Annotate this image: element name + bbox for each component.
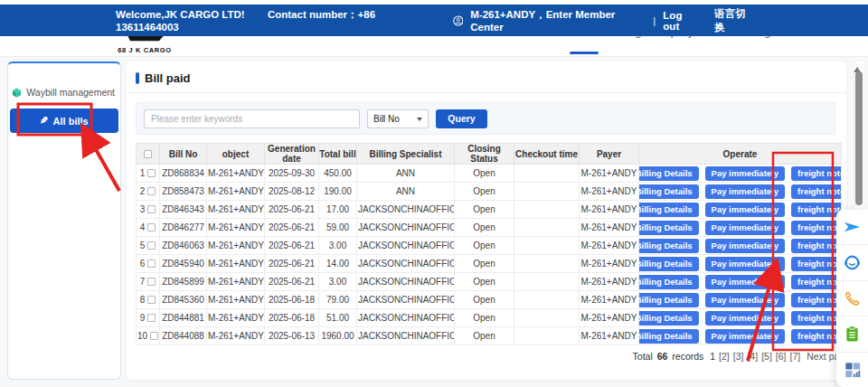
- row-select-cell: 2: [137, 183, 160, 201]
- cell-status: Open: [455, 183, 514, 201]
- billing-details-button[interactable]: Billing Details: [639, 221, 699, 235]
- column-header: Bill No: [160, 144, 207, 165]
- freight-note-button[interactable]: freight note: [791, 221, 841, 235]
- page-link[interactable]: [5]: [761, 351, 772, 362]
- row-checkbox[interactable]: [147, 278, 156, 286]
- cell-payer: M-261+ANDY: [580, 327, 639, 345]
- pagination-pages: 1[2][3][4][5][6][7]: [706, 351, 800, 362]
- pay-immediately-button[interactable]: Pay immediately: [705, 275, 785, 289]
- freight-note-button[interactable]: freight note: [791, 275, 841, 289]
- freight-note-button[interactable]: freight note: [791, 184, 841, 199]
- freight-note-button[interactable]: freight note: [791, 293, 841, 307]
- cell-status: Open: [455, 327, 514, 345]
- cell-date: 2025-06-13: [265, 327, 319, 345]
- cell-object: M-261+ANDY: [207, 237, 265, 255]
- billing-details-button[interactable]: Billing Details: [639, 257, 699, 271]
- pay-immediately-button[interactable]: Pay immediately: [705, 166, 785, 181]
- pay-immediately-button[interactable]: Pay immediately: [705, 329, 785, 344]
- row-checkbox[interactable]: [147, 169, 156, 177]
- row-checkbox[interactable]: [147, 241, 156, 250]
- billing-details-button[interactable]: Billing Details: [639, 239, 699, 253]
- row-checkbox[interactable]: [147, 314, 156, 322]
- freight-note-button[interactable]: freight note: [791, 239, 841, 253]
- scrollbar-thumb[interactable]: [855, 71, 863, 205]
- title-divider: [127, 92, 846, 93]
- phone-icon[interactable]: [836, 281, 868, 316]
- row-select-cell: 5: [137, 237, 160, 255]
- row-checkbox[interactable]: [147, 187, 156, 195]
- freight-note-button[interactable]: freight note: [791, 166, 841, 181]
- cell-payer: M-261+ANDY: [580, 291, 639, 309]
- cell-checkout: [514, 201, 580, 219]
- billing-details-button[interactable]: Billing Details: [639, 203, 699, 217]
- freight-note-button[interactable]: freight note: [791, 203, 841, 217]
- cell-status: Open: [455, 255, 514, 273]
- freight-note-button[interactable]: freight note: [791, 311, 841, 326]
- logout-link[interactable]: Log out: [663, 10, 700, 32]
- sidebar-item-all-bills[interactable]: ✎ All bills: [10, 109, 118, 133]
- cell-total: 17.00: [319, 201, 357, 219]
- pay-immediately-button[interactable]: Pay immediately: [705, 293, 785, 307]
- table-row: 2ZD858473M-261+ANDY2025-08-12190.00ANNOp…: [137, 183, 842, 201]
- cell-total: 3.00: [319, 273, 357, 291]
- select-all-checkbox[interactable]: [144, 150, 152, 158]
- page-link[interactable]: [4]: [747, 351, 758, 362]
- row-checkbox[interactable]: [147, 223, 156, 231]
- cell-status: Open: [455, 237, 514, 255]
- cell-payer: M-261+ANDY: [580, 273, 639, 291]
- sidebar-item-waybill-management[interactable]: Waybill management: [8, 87, 120, 98]
- clipboard-icon[interactable]: [836, 316, 868, 352]
- freight-note-button[interactable]: freight note: [791, 329, 841, 344]
- cell-bill_no: ZD845360: [160, 291, 207, 309]
- billing-details-button[interactable]: Billing Details: [639, 329, 699, 344]
- cell-specialist: JACKSONCHINAOFFICE: [357, 291, 455, 309]
- freight-note-button[interactable]: freight note: [791, 257, 841, 271]
- row-checkbox[interactable]: [147, 205, 156, 213]
- query-button[interactable]: Query: [436, 109, 487, 128]
- cell-object: M-261+ANDY: [207, 165, 265, 183]
- pay-immediately-button[interactable]: Pay immediately: [705, 221, 785, 235]
- billing-details-button[interactable]: Billing Details: [639, 166, 699, 181]
- pay-immediately-button[interactable]: Pay immediately: [705, 203, 785, 217]
- pay-immediately-button[interactable]: Pay immediately: [705, 239, 785, 253]
- cell-specialist: JACKSONCHINAOFFICE: [357, 309, 455, 327]
- cell-date: 2025-09-30: [265, 165, 319, 183]
- pen-icon: ✎: [40, 116, 48, 126]
- billing-details-button[interactable]: Billing Details: [639, 275, 699, 289]
- cell-payer: M-261+ANDY: [580, 183, 639, 201]
- language-switch-link[interactable]: 语言切换: [714, 7, 755, 34]
- row-number: 1: [140, 168, 146, 178]
- send-icon[interactable]: [836, 210, 868, 245]
- billing-details-button[interactable]: Billing Details: [639, 293, 699, 307]
- page-link[interactable]: [3]: [733, 351, 744, 362]
- apps-grid-icon[interactable]: [836, 353, 868, 387]
- keywords-input[interactable]: [144, 109, 360, 128]
- row-checkbox[interactable]: [147, 260, 156, 268]
- cell-checkout: [514, 237, 580, 255]
- total-prefix: Total: [633, 351, 653, 362]
- billing-details-button[interactable]: Billing Details: [639, 184, 699, 199]
- page-link[interactable]: 1: [710, 351, 715, 362]
- pay-immediately-button[interactable]: Pay immediately: [705, 257, 785, 271]
- cell-date: 2025-06-18: [265, 309, 319, 327]
- row-number: 8: [140, 295, 146, 305]
- row-select-cell: 10: [137, 327, 160, 345]
- row-checkbox[interactable]: [147, 296, 156, 304]
- pay-immediately-button[interactable]: Pay immediately: [705, 184, 785, 199]
- page-link[interactable]: [2]: [719, 351, 730, 362]
- billing-details-button[interactable]: Billing Details: [639, 311, 699, 326]
- row-number: 10: [137, 331, 147, 341]
- user-icon: [453, 15, 464, 26]
- customer-service-icon[interactable]: [836, 245, 868, 280]
- pay-immediately-button[interactable]: Pay immediately: [705, 311, 785, 326]
- row-checkbox[interactable]: [150, 332, 158, 340]
- page-link[interactable]: [6]: [776, 351, 787, 362]
- page-link[interactable]: [7]: [790, 351, 801, 362]
- member-center-link[interactable]: M-261+ANDY，Enter Member Center: [470, 8, 646, 33]
- cell-total: 51.00: [319, 309, 357, 327]
- sidebar-item-label: Waybill management: [26, 87, 115, 98]
- row-select-cell: 8: [137, 291, 160, 309]
- filter-select[interactable]: Bill No: [367, 109, 429, 128]
- sidebar-item-label: All bills: [53, 116, 89, 127]
- search-toolbar: Bill No Query: [136, 102, 835, 135]
